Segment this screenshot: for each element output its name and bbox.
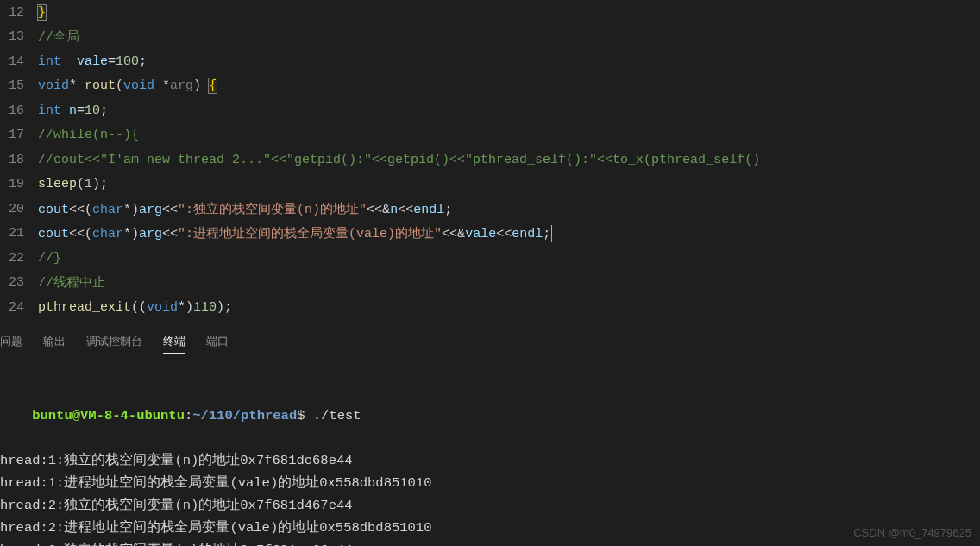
line-number: 18 [0,153,38,167]
line-number: 12 [0,5,38,20]
terminal-path: ~/110/pthread [192,408,297,424]
code-editor[interactable]: 12}13//全局14int vale=100;15void* rout(voi… [0,0,980,320]
terminal-prompt-line: buntu@VM-8-4-ubuntu:~/110/pthread$ ./tes… [0,382,980,449]
code-content[interactable]: //全局 [38,28,79,45]
tab-debug-console[interactable]: 调试控制台 [86,330,142,354]
terminal-output-line: hread:2:独立的栈空间变量(n)的地址0x7f681d467e44 [0,494,980,517]
line-number: 13 [0,29,38,44]
line-number: 23 [0,275,38,290]
code-line[interactable]: 19sleep(1); [0,173,980,198]
panel-tabs: 问题 输出 调试控制台 终端 端口 [0,323,980,361]
code-line[interactable]: 14int vale=100; [0,49,980,74]
code-line[interactable]: 21cout<<(char*)arg<<":进程地址空间的栈全局变量(vale)… [0,222,980,247]
terminal-output-line: hread:3:独立的栈空间变量(n)的地址0x7f681cc66e44 [0,539,980,547]
code-content[interactable]: cout<<(char*)arg<<":进程地址空间的栈全局变量(vale)的地… [38,225,552,242]
line-number: 19 [0,177,38,191]
watermark: CSDN @m0_74979625 [853,526,971,539]
line-number: 24 [0,300,38,315]
line-number: 17 [0,128,38,142]
code-content[interactable]: //while(n--){ [38,128,139,142]
terminal-output: hread:1:独立的栈空间变量(n)的地址0x7f681dc68e44hrea… [0,449,980,547]
line-number: 14 [0,54,38,69]
code-content[interactable]: cout<<(char*)arg<<":独立的栈空间变量(n)的地址"<<&n<… [38,201,452,217]
code-content[interactable]: sleep(1); [38,177,108,191]
terminal-colon: : [185,408,192,424]
code-content[interactable]: //线程中止 [38,274,105,291]
code-line[interactable]: 15void* rout(void *arg) { [0,74,980,99]
terminal-dollar: $ [297,408,305,424]
line-number: 22 [0,251,38,266]
terminal-panel[interactable]: buntu@VM-8-4-ubuntu:~/110/pthread$ ./tes… [0,361,980,547]
terminal-output-line: hread:1:独立的栈空间变量(n)的地址0x7f681dc68e44 [0,449,980,472]
text-cursor [551,225,552,242]
tab-ports[interactable]: 端口 [206,330,229,354]
code-line[interactable]: 18//cout<<"I'am new thread 2..."<<"getpi… [0,147,980,173]
tab-output[interactable]: 输出 [43,330,66,354]
line-number: 16 [0,104,38,118]
code-content[interactable]: int n=10; [38,104,108,118]
terminal-output-line: hread:2:进程地址空间的栈全局变量(vale)的地址0x558dbd851… [0,517,980,539]
code-content[interactable]: void* rout(void *arg) { [38,78,217,93]
line-number: 21 [0,226,38,241]
code-line[interactable]: 23//线程中止 [0,271,980,296]
code-content[interactable]: //cout<<"I'am new thread 2..."<<"getpid(… [38,153,760,167]
terminal-user-host: buntu@VM-8-4-ubuntu [32,408,185,424]
line-number: 15 [0,78,38,93]
code-content[interactable]: //} [38,251,61,266]
code-content[interactable]: pthread_exit((void*)110); [38,300,232,315]
tab-terminal[interactable]: 终端 [163,330,185,354]
terminal-command: ./test [305,408,361,424]
code-line[interactable]: 22//} [0,246,980,271]
code-content[interactable]: } [38,5,46,20]
code-line[interactable]: 17//while(n--){ [0,123,980,148]
tab-problems[interactable]: 问题 [0,330,22,354]
code-line[interactable]: 24pthread_exit((void*)110); [0,295,980,320]
code-line[interactable]: 16int n=10; [0,98,980,123]
line-number: 20 [0,202,38,217]
code-line[interactable]: 12} [0,0,980,25]
terminal-output-line: hread:1:进程地址空间的栈全局变量(vale)的地址0x558dbd851… [0,472,980,494]
code-line[interactable]: 20cout<<(char*)arg<<":独立的栈空间变量(n)的地址"<<&… [0,197,980,222]
code-line[interactable]: 13//全局 [0,25,980,50]
code-content[interactable]: int vale=100; [38,54,147,69]
